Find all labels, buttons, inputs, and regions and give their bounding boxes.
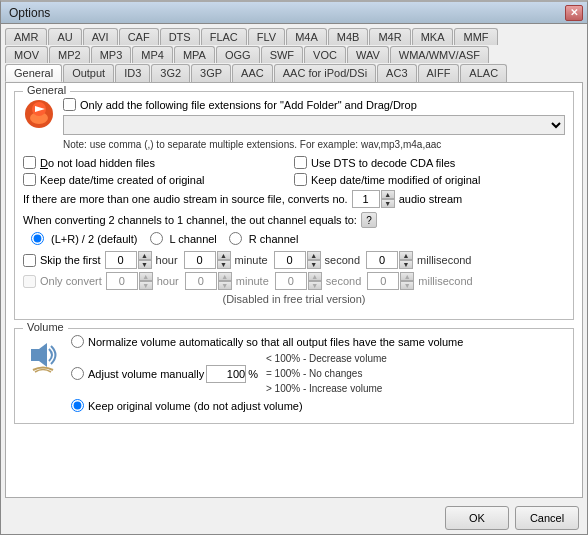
hidden-files-label[interactable]: DDo not load hidden fileso not load hidd… bbox=[40, 157, 155, 169]
tab-ac3[interactable]: AC3 bbox=[377, 64, 416, 82]
adjust-input[interactable] bbox=[206, 365, 246, 383]
ext-checkbox[interactable] bbox=[63, 98, 76, 111]
tab-caf[interactable]: CAF bbox=[119, 28, 159, 45]
l-option[interactable]: L channel bbox=[150, 232, 217, 245]
skip-sec-input[interactable] bbox=[274, 251, 306, 269]
keep-label[interactable]: Keep original volume (do not adjust volu… bbox=[88, 400, 303, 412]
keep-modified-checkbox[interactable] bbox=[294, 173, 307, 186]
lr-radio[interactable] bbox=[31, 232, 44, 245]
help-button[interactable]: ? bbox=[361, 212, 377, 228]
volume-notes: < 100% - Decrease volume = 100% - No cha… bbox=[266, 351, 387, 396]
stream-up-btn[interactable]: ▲ bbox=[381, 190, 395, 199]
skip-ms-spinner: ▲ ▼ bbox=[366, 251, 413, 269]
tab-aac[interactable]: AAC bbox=[232, 64, 273, 82]
skip-ms-up[interactable]: ▲ bbox=[399, 251, 413, 260]
app-icon bbox=[23, 98, 55, 130]
keep-created-label[interactable]: Keep date/time created of original bbox=[40, 174, 205, 186]
stream-down-btn[interactable]: ▼ bbox=[381, 199, 395, 208]
r-radio[interactable] bbox=[229, 232, 242, 245]
normalize-radio[interactable] bbox=[71, 335, 84, 348]
tab-wma-wmv-asf[interactable]: WMA/WMV/ASF bbox=[390, 46, 489, 63]
tab-aac-for-ipod-dsi[interactable]: AAC for iPod/DSi bbox=[274, 64, 376, 82]
skip-label[interactable]: Skip the first bbox=[40, 254, 101, 266]
tab-aiff[interactable]: AIFF bbox=[418, 64, 460, 82]
tab-m4a[interactable]: M4A bbox=[286, 28, 327, 45]
adjust-label[interactable]: Adjust volume manually bbox=[88, 368, 204, 380]
tab-general[interactable]: General bbox=[5, 64, 62, 82]
tab-m4r[interactable]: M4R bbox=[369, 28, 410, 45]
tab-ogg[interactable]: OGG bbox=[216, 46, 260, 63]
tab-mov[interactable]: MOV bbox=[5, 46, 48, 63]
close-button[interactable]: ✕ bbox=[565, 5, 583, 21]
keep-created-checkbox[interactable] bbox=[23, 173, 36, 186]
vol-note-2: = 100% - No changes bbox=[266, 366, 387, 381]
tab-3g2[interactable]: 3G2 bbox=[151, 64, 190, 82]
skip-min-up[interactable]: ▲ bbox=[217, 251, 231, 260]
only-convert-checkbox[interactable] bbox=[23, 275, 36, 288]
tab-mka[interactable]: MKA bbox=[412, 28, 454, 45]
tab-mp3[interactable]: MP3 bbox=[91, 46, 132, 63]
channel-prefix: When converting 2 channels to 1 channel,… bbox=[23, 214, 357, 226]
skip-min-input[interactable] bbox=[184, 251, 216, 269]
only-sec-spinner: ▲ ▼ bbox=[275, 272, 322, 290]
keep-row: Keep original volume (do not adjust volu… bbox=[71, 399, 565, 412]
svg-marker-4 bbox=[31, 343, 47, 367]
cancel-button[interactable]: Cancel bbox=[515, 506, 579, 530]
skip-sec-spinner: ▲ ▼ bbox=[274, 251, 321, 269]
keep-radio[interactable] bbox=[71, 399, 84, 412]
keep-created-half: Keep date/time created of original bbox=[23, 173, 294, 186]
hidden-files-checkbox[interactable] bbox=[23, 156, 36, 169]
skip-hour-up[interactable]: ▲ bbox=[138, 251, 152, 260]
dts-label[interactable]: Use DTS to decode CDA files bbox=[311, 157, 455, 169]
tab-mmf[interactable]: MMF bbox=[454, 28, 497, 45]
skip-checkbox[interactable] bbox=[23, 254, 36, 267]
skip-hour-down[interactable]: ▼ bbox=[138, 260, 152, 269]
tab-3gp[interactable]: 3GP bbox=[191, 64, 231, 82]
volume-options: Normalize volume automatically so that a… bbox=[71, 335, 565, 415]
tab-flv[interactable]: FLV bbox=[248, 28, 285, 45]
options-row-1: DDo not load hidden fileso not load hidd… bbox=[23, 156, 565, 169]
keep-modified-label[interactable]: Keep date/time modified of original bbox=[311, 174, 480, 186]
only-min-down: ▼ bbox=[218, 281, 232, 290]
tab-avi[interactable]: AVI bbox=[83, 28, 118, 45]
ext-dropdown[interactable] bbox=[63, 115, 565, 135]
ext-label[interactable]: Only add the following file extensions f… bbox=[80, 99, 417, 111]
only-sec-input bbox=[275, 272, 307, 290]
tab-voc[interactable]: VOC bbox=[304, 46, 346, 63]
only-sec-up: ▲ bbox=[308, 272, 322, 281]
tab-mpa[interactable]: MPA bbox=[174, 46, 215, 63]
general-group-label: General bbox=[23, 84, 70, 96]
skip-sec-up[interactable]: ▲ bbox=[307, 251, 321, 260]
tab-amr[interactable]: AMR bbox=[5, 28, 47, 45]
footer: OK Cancel bbox=[1, 502, 587, 534]
ext-note: Note: use comma (,) to separate multiple… bbox=[63, 139, 565, 150]
only-hour-spinner: ▲ ▼ bbox=[106, 272, 153, 290]
skip-hour-input[interactable] bbox=[105, 251, 137, 269]
adjust-radio[interactable] bbox=[71, 367, 84, 380]
stream-input[interactable] bbox=[352, 190, 380, 208]
ext-checkbox-row: Only add the following file extensions f… bbox=[63, 98, 565, 111]
skip-min-down[interactable]: ▼ bbox=[217, 260, 231, 269]
skip-ms-input[interactable] bbox=[366, 251, 398, 269]
tab-flac[interactable]: FLAC bbox=[201, 28, 247, 45]
tab-wav[interactable]: WAV bbox=[347, 46, 389, 63]
skip-ms-down[interactable]: ▼ bbox=[399, 260, 413, 269]
ext-dropdown-container bbox=[63, 115, 565, 135]
l-radio[interactable] bbox=[150, 232, 163, 245]
ok-button[interactable]: OK bbox=[445, 506, 509, 530]
tab-alac[interactable]: ALAC bbox=[460, 64, 507, 82]
normalize-label[interactable]: Normalize volume automatically so that a… bbox=[88, 336, 463, 348]
tab-dts[interactable]: DTS bbox=[160, 28, 200, 45]
dts-checkbox[interactable] bbox=[294, 156, 307, 169]
tab-output[interactable]: Output bbox=[63, 64, 114, 82]
skip-sec-down[interactable]: ▼ bbox=[307, 260, 321, 269]
ms-unit-1: millisecond bbox=[417, 254, 471, 266]
r-option[interactable]: R channel bbox=[229, 232, 299, 245]
tab-mp4[interactable]: MP4 bbox=[132, 46, 173, 63]
tab-au[interactable]: AU bbox=[48, 28, 81, 45]
tab-mp2[interactable]: MP2 bbox=[49, 46, 90, 63]
tab-m4b[interactable]: M4B bbox=[328, 28, 369, 45]
lr-option[interactable]: (L+R) / 2 (default) bbox=[31, 232, 138, 245]
tab-id3[interactable]: ID3 bbox=[115, 64, 150, 82]
tab-swf[interactable]: SWF bbox=[261, 46, 303, 63]
